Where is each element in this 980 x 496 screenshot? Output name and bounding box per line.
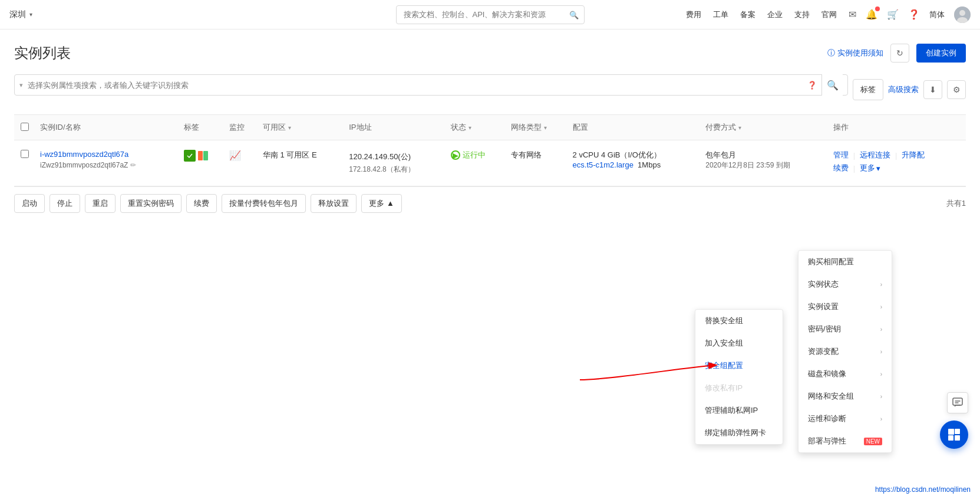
nav-item-support[interactable]: 支持 [794, 9, 810, 20]
nav-item-beian[interactable]: 备案 [740, 9, 755, 20]
btn-more-bottom[interactable]: 更多 ▲ [361, 194, 402, 213]
th-status: 状态 ▾ [446, 115, 506, 140]
page-title: 实例列表 [14, 44, 71, 63]
arrow-right-icon-4: › [880, 349, 882, 355]
mail-icon[interactable]: ✉ [849, 9, 856, 20]
settings-icon[interactable]: ⚙ [947, 80, 966, 99]
top-nav: 深圳 ▾ 🔍 费用 工单 备案 企业 支持 官网 ✉ 🔔 🛒 ❓ 简体 [0, 0, 980, 29]
monitor-chart-icon[interactable]: 📈 [229, 150, 241, 160]
menu-item-manage-aux-ip[interactable]: 管理辅助私网IP [695, 399, 783, 422]
region-label: 深圳 [9, 9, 26, 20]
lang-label[interactable]: 简体 [929, 9, 945, 20]
menu-item-bind-eni[interactable]: 绑定辅助弹性网卡 [695, 422, 783, 444]
svg-rect-6 [948, 435, 953, 441]
nav-item-enterprise[interactable]: 企业 [767, 9, 783, 20]
action-upgrade[interactable]: 升降配 [902, 150, 925, 160]
bottom-status-bar: https://blog.csdn.net/moqilinen [866, 483, 980, 496]
export-icon[interactable]: ⬇ [923, 80, 942, 99]
instance-table: 实例ID/名称 标签 监控 可用区 ▾ IP地址 状态 ▾ [14, 114, 966, 186]
select-all-checkbox[interactable] [21, 123, 29, 131]
menu-item-ops-diag[interactable]: 运维和诊断 › [798, 408, 892, 430]
nav-item-website[interactable]: 官网 [821, 9, 837, 20]
btn-reset-pwd[interactable]: 重置实例密码 [120, 194, 182, 213]
cell-status: ▶ 运行中 [446, 140, 506, 186]
menu-item-password[interactable]: 密码/密钥 › [798, 318, 892, 340]
action-renew[interactable]: 续费 [833, 163, 849, 173]
nav-item-fees[interactable]: 费用 [686, 9, 701, 20]
top-nav-icons: ✉ 🔔 🛒 ❓ 简体 [849, 6, 971, 23]
status-url: https://blog.csdn.net/moqilinen [875, 485, 971, 494]
btn-release[interactable]: 释放设置 [311, 194, 357, 213]
cell-config: 2 vCPU 4 GiB（I/O优化） ecs.t5-c1m2.large 1M… [568, 140, 701, 186]
instance-id-link[interactable]: i-wz91bmmvposzd2qtl67a [40, 150, 128, 159]
pay-expire: 2020年12月8日 23:59 到期 [705, 160, 823, 170]
search-input[interactable] [28, 81, 803, 90]
menu-item-deploy-elastic[interactable]: 部署与弹性 NEW [798, 430, 892, 452]
svg-point-1 [959, 10, 965, 16]
instance-name-text: iZwz91bmmvposzd2qtl67aZ [40, 161, 128, 169]
status-text: 运行中 [463, 150, 486, 160]
notification-icon[interactable]: 🔔 [866, 9, 877, 20]
menu-item-network-sg[interactable]: 网络和安全组 › [798, 385, 892, 408]
feedback-button[interactable] [947, 392, 968, 413]
help-link[interactable]: ⓘ 实例使用须知 [827, 48, 883, 58]
global-search-input[interactable] [396, 5, 585, 24]
btn-restart[interactable]: 重启 [85, 194, 116, 213]
menu-item-replace-sg[interactable]: 替换安全组 [695, 310, 783, 332]
menu-item-resource-change[interactable]: 资源变配 › [798, 340, 892, 363]
question-circle-icon: ⓘ [827, 48, 835, 58]
btn-start[interactable]: 启动 [14, 194, 45, 213]
btn-renew[interactable]: 续费 [186, 194, 217, 213]
search-row: ▾ ❓ 🔍 标签 高级搜索 ⬇ ⚙ [14, 74, 966, 105]
cell-ip: 120.24.149.50(公) 172.18.42.8（私有） [344, 140, 446, 186]
svg-rect-8 [953, 398, 962, 405]
arrow-right-icon-2: › [880, 304, 882, 310]
menu-item-disk-image[interactable]: 磁盘和镜像 › [798, 363, 892, 385]
nav-item-tickets[interactable]: 工单 [713, 9, 728, 20]
advanced-search-link[interactable]: 高级搜索 [888, 84, 919, 95]
edit-name-icon[interactable]: ✏ [130, 161, 136, 169]
action-more[interactable]: 更多 ▾ [860, 163, 880, 173]
search-help-icon[interactable]: ❓ [807, 81, 817, 90]
menu-item-instance-status[interactable]: 实例状态 › [798, 273, 892, 295]
action-remote[interactable]: 远程连接 [860, 150, 890, 160]
pay-sort-arrow: ▾ [738, 124, 741, 131]
global-search: 🔍 [396, 5, 585, 24]
arrow-right-icon-6: › [880, 393, 882, 400]
table-row: i-wz91bmmvposzd2qtl67a iZwz91bmmvposzd2q… [14, 140, 966, 186]
global-search-icon: 🔍 [569, 10, 579, 19]
filter-arrow-icon[interactable]: ▾ [19, 81, 23, 89]
create-instance-button[interactable]: 创建实例 [916, 44, 966, 63]
btn-stop[interactable]: 停止 [50, 194, 80, 213]
user-avatar[interactable] [954, 6, 971, 23]
arrow-right-icon-5: › [880, 371, 882, 377]
search-submit-button[interactable]: 🔍 [821, 74, 843, 96]
tag-color-icon[interactable] [198, 151, 208, 160]
menu-item-buy-same[interactable]: 购买相同配置 [798, 251, 892, 273]
table-container: 实例ID/名称 标签 监控 可用区 ▾ IP地址 状态 ▾ [14, 114, 966, 220]
row-checkbox[interactable] [21, 150, 29, 158]
th-pay: 付费方式 ▾ [701, 115, 828, 140]
refresh-button[interactable]: ↻ [890, 44, 909, 63]
action-manage[interactable]: 管理 [833, 150, 849, 160]
svg-rect-7 [955, 435, 960, 441]
cart-icon[interactable]: 🛒 [887, 9, 899, 20]
menu-item-join-sg[interactable]: 加入安全组 [695, 332, 783, 354]
th-tags: 标签 [179, 115, 225, 140]
th-config: 配置 [568, 115, 701, 140]
tag-button[interactable]: 标签 [853, 79, 883, 100]
arrow-right-icon-3: › [880, 326, 882, 333]
network-sort-arrow: ▾ [544, 124, 547, 131]
region-dropdown-arrow: ▾ [29, 11, 32, 18]
menu-item-sg-config[interactable]: 安全组配置 [695, 354, 783, 377]
tag-icon[interactable] [184, 150, 196, 162]
spec-type-link[interactable]: ecs.t5-c1m2.large [573, 160, 633, 169]
status-sort-arrow: ▾ [468, 124, 471, 131]
floating-chat-button[interactable] [940, 421, 968, 449]
region-selector[interactable]: 深圳 ▾ [9, 9, 32, 20]
help-icon[interactable]: ❓ [908, 9, 920, 20]
menu-item-instance-settings[interactable]: 实例设置 › [798, 295, 892, 318]
btn-convert-pay[interactable]: 按量付费转包年包月 [222, 194, 306, 213]
th-id-name: 实例ID/名称 [35, 115, 179, 140]
svg-rect-5 [955, 429, 960, 434]
